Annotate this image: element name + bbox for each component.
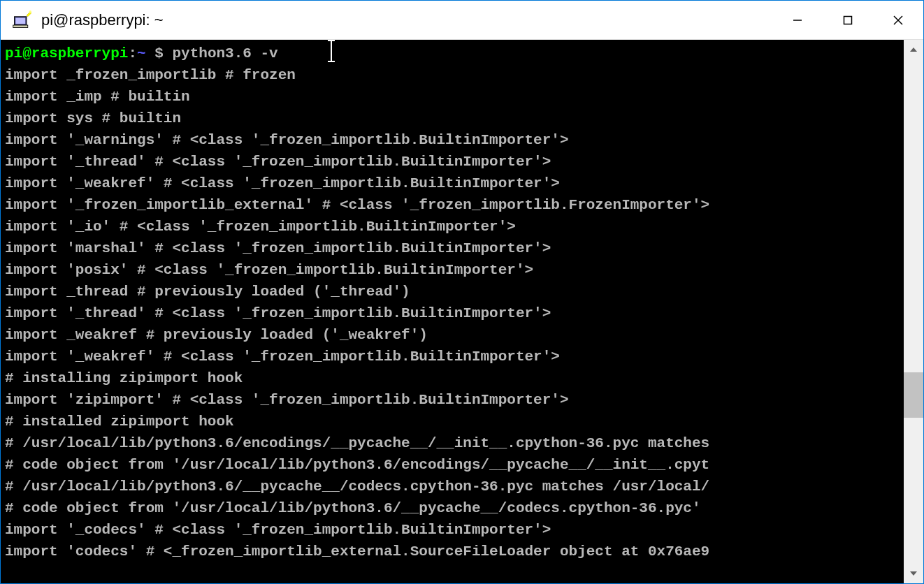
terminal-line: import '_io' # <class '_frozen_importlib… bbox=[5, 219, 516, 235]
minimize-button[interactable] bbox=[772, 1, 823, 39]
close-button[interactable] bbox=[873, 1, 923, 39]
svg-marker-9 bbox=[910, 571, 917, 576]
command-text: python3.6 -v bbox=[172, 45, 277, 61]
scrollbar-up-button[interactable] bbox=[904, 40, 923, 59]
scrollbar[interactable] bbox=[904, 40, 923, 583]
text-cursor-icon bbox=[331, 40, 332, 62]
terminal-line: # code object from '/usr/local/lib/pytho… bbox=[5, 457, 709, 473]
terminal-line: import _thread # previously loaded ('_th… bbox=[5, 284, 410, 300]
terminal-line: import 'zipimport' # <class '_frozen_imp… bbox=[5, 392, 569, 408]
terminal-line: import '_thread' # <class '_frozen_impor… bbox=[5, 154, 551, 170]
terminal-line: # installed zipimport hook bbox=[5, 414, 234, 430]
window-title: pi@raspberrypi: ~ bbox=[41, 11, 772, 29]
terminal-line: import '_weakref' # <class '_frozen_impo… bbox=[5, 175, 560, 191]
svg-point-3 bbox=[29, 10, 32, 13]
prompt-separator: : bbox=[128, 45, 137, 61]
prompt-user-host: pi@raspberrypi bbox=[5, 45, 128, 61]
terminal-line: import sys # builtin bbox=[5, 110, 181, 126]
terminal-line: import '_codecs' # <class '_frozen_impor… bbox=[5, 522, 551, 538]
terminal-line: import 'posix' # <class '_frozen_importl… bbox=[5, 262, 533, 278]
prompt-dollar: $ bbox=[146, 45, 173, 61]
terminal-line: # code object from '/usr/local/lib/pytho… bbox=[5, 500, 701, 516]
terminal-line: import _frozen_importlib # frozen bbox=[5, 67, 296, 83]
terminal-line: import _weakref # previously loaded ('_w… bbox=[5, 327, 428, 343]
terminal-container: pi@raspberrypi:~ $ python3.6 -v import _… bbox=[1, 40, 923, 583]
scrollbar-track[interactable] bbox=[904, 59, 923, 564]
scrollbar-down-button[interactable] bbox=[904, 564, 923, 583]
putty-icon bbox=[12, 10, 31, 30]
terminal-line: import _imp # builtin bbox=[5, 89, 190, 105]
terminal-line: # /usr/local/lib/python3.6/__pycache__/c… bbox=[5, 479, 709, 495]
prompt-path: ~ bbox=[137, 45, 146, 61]
maximize-button[interactable] bbox=[823, 1, 873, 39]
terminal-line: # installing zipimport hook bbox=[5, 370, 243, 386]
terminal-line: import 'marshal' # <class '_frozen_impor… bbox=[5, 240, 551, 256]
scrollbar-thumb[interactable] bbox=[904, 372, 923, 418]
terminal-line: import '_frozen_importlib_external' # <c… bbox=[5, 197, 709, 213]
titlebar[interactable]: pi@raspberrypi: ~ bbox=[1, 1, 923, 40]
window: pi@raspberrypi: ~ pi@raspberrypi:~ $ pyt… bbox=[0, 0, 924, 584]
window-controls bbox=[772, 1, 923, 39]
terminal-line: # /usr/local/lib/python3.6/encodings/__p… bbox=[5, 435, 709, 451]
terminal-line: import '_warnings' # <class '_frozen_imp… bbox=[5, 132, 569, 148]
terminal[interactable]: pi@raspberrypi:~ $ python3.6 -v import _… bbox=[1, 40, 904, 583]
svg-rect-2 bbox=[13, 25, 28, 28]
terminal-line: import '_weakref' # <class '_frozen_impo… bbox=[5, 349, 560, 365]
svg-rect-5 bbox=[844, 16, 852, 24]
svg-rect-1 bbox=[15, 17, 25, 24]
terminal-line: import '_thread' # <class '_frozen_impor… bbox=[5, 305, 551, 321]
svg-marker-8 bbox=[910, 48, 917, 52]
terminal-line: import 'codecs' # <_frozen_importlib_ext… bbox=[5, 543, 709, 560]
